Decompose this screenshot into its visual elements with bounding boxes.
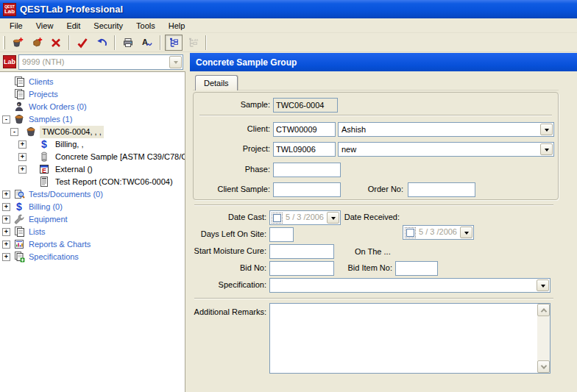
lab-select[interactable]: 9999 (NTH) (18, 54, 183, 70)
specification-label: Specification: (191, 280, 266, 289)
chevron-up-icon (540, 308, 546, 314)
tree-item-sample-twc06-0004[interactable]: -TWC06-0004, , , (0, 126, 185, 138)
expand-expander[interactable]: + (18, 140, 26, 149)
menu-bar: File View Edit Security Tools Help (0, 18, 577, 33)
dollar-icon (38, 138, 50, 150)
client-label: Client: (195, 124, 270, 133)
application-window: QEST Lab QESTLab Professional File View … (0, 0, 577, 392)
start-moisture-cure-field[interactable] (269, 244, 334, 259)
lab-tree-icon (187, 37, 199, 49)
toolbar-grip[interactable] (3, 36, 5, 49)
client-dropdown-button[interactable] (540, 124, 553, 135)
title-bar: QEST Lab QESTLab Professional (0, 0, 577, 18)
sample-field[interactable] (273, 98, 338, 113)
lab-select-value: 9999 (NTH) (22, 57, 64, 66)
separator (199, 115, 552, 116)
tab-details[interactable]: Details (195, 75, 238, 90)
separator (194, 204, 553, 206)
tree-item-tests-documents[interactable]: +Tests/Documents (0) (0, 188, 185, 201)
undo-button[interactable] (93, 35, 110, 51)
report-icon (38, 176, 50, 188)
add-specimen-button[interactable] (28, 35, 46, 51)
tree-item-test-report[interactable]: Test Report (CON:TWC06-0004) (0, 176, 185, 188)
tree-item-specifications[interactable]: +Specifications (0, 251, 185, 263)
spell-check-button[interactable] (138, 35, 156, 51)
client-code-field[interactable] (273, 122, 336, 137)
order-no-field[interactable] (408, 182, 475, 197)
expand-expander[interactable]: + (2, 228, 10, 236)
expand-expander[interactable]: + (18, 153, 26, 161)
tree-item-lists[interactable]: +Lists (0, 226, 185, 238)
phase-field[interactable] (273, 163, 341, 177)
print-button[interactable] (119, 35, 137, 51)
date-cast-checkbox[interactable] (272, 213, 283, 224)
add-documents-icon (13, 251, 25, 263)
cylinder-icon (38, 151, 50, 163)
client-select[interactable]: Ashish (338, 122, 554, 137)
menu-tools[interactable]: Tools (130, 20, 162, 32)
remarks-scrollbar[interactable] (537, 304, 550, 373)
app-logo-icon: QEST Lab (3, 3, 16, 16)
menu-help[interactable]: Help (162, 20, 192, 32)
additional-remarks-box (269, 303, 551, 374)
bid-item-no-label: Bid Item No: (319, 263, 392, 272)
identity-groupbox: Sample: Client: Ashish Project: new (193, 92, 559, 200)
bucket-plus-icon (12, 37, 24, 49)
scroll-up-button[interactable] (537, 304, 550, 316)
toolbar-separator (68, 35, 70, 50)
expand-expander[interactable]: + (18, 165, 26, 174)
tree-item-reports-charts[interactable]: +Reports & Charts (0, 238, 185, 251)
documents-icon (13, 76, 25, 88)
window-title: QESTLab Professional (20, 4, 123, 15)
expand-expander[interactable]: + (2, 190, 10, 199)
delete-button[interactable] (47, 35, 65, 51)
tree-item-projects[interactable]: Projects (0, 88, 185, 101)
new-sample-button[interactable] (9, 35, 26, 51)
scroll-down-button[interactable] (537, 360, 550, 373)
lab-tree-view-button (184, 35, 202, 51)
days-left-field[interactable] (269, 227, 294, 242)
spell-check-icon (141, 37, 153, 49)
tree-view-icon (168, 37, 180, 49)
tree-item-clients[interactable]: Clients (0, 76, 185, 88)
menu-security[interactable]: Security (87, 20, 130, 32)
collapse-expander[interactable]: - (10, 128, 18, 136)
red-check-icon (77, 37, 88, 49)
tree-item-samples[interactable]: -Samples (1) (0, 113, 185, 126)
project-label: Project: (195, 144, 270, 153)
expand-expander[interactable]: + (2, 215, 10, 224)
menu-file[interactable]: File (3, 20, 29, 32)
person-icon (13, 101, 25, 113)
client-select-value: Ashish (341, 125, 366, 134)
expand-expander[interactable]: + (2, 253, 10, 261)
dollar-icon (13, 201, 25, 213)
tree-item-billing[interactable]: +Billing (0) (0, 201, 185, 213)
project-select[interactable]: new (338, 142, 554, 157)
bid-item-no-field[interactable] (395, 261, 438, 276)
lab-icon: Lab (3, 55, 16, 68)
tree-view-button[interactable] (165, 35, 183, 51)
tree-item-external[interactable]: +External () (0, 163, 185, 176)
on-the-label: On The ... (355, 247, 391, 256)
commit-button[interactable] (74, 35, 91, 51)
additional-remarks-label: Additional Remarks: (191, 307, 266, 316)
toolbar-separator (160, 35, 161, 50)
project-code-field[interactable] (273, 142, 336, 157)
expand-expander[interactable]: + (2, 240, 10, 249)
chevron-down-icon (540, 363, 546, 368)
specification-dropdown-button[interactable] (537, 279, 549, 291)
menu-edit[interactable]: Edit (60, 20, 87, 32)
tree-item-equipment[interactable]: +Equipment (0, 213, 185, 226)
days-left-label: Days Left On Site: (191, 229, 266, 238)
expand-expander[interactable]: + (2, 203, 10, 211)
tree-item-billing-child[interactable]: +Billing, , (0, 138, 185, 151)
menu-view[interactable]: View (29, 20, 60, 32)
project-dropdown-button[interactable] (540, 143, 553, 155)
collapse-expander[interactable]: - (2, 115, 10, 124)
red-x-icon (50, 37, 62, 49)
tree-item-work-orders[interactable]: Work Orders (0) (0, 101, 185, 113)
tree-item-concrete-sample[interactable]: +Concrete Sample [ASTM C39/C78/C1 (0, 151, 185, 163)
external-e-icon (38, 163, 50, 175)
additional-remarks-input[interactable] (270, 304, 536, 373)
specification-select[interactable] (269, 278, 551, 293)
